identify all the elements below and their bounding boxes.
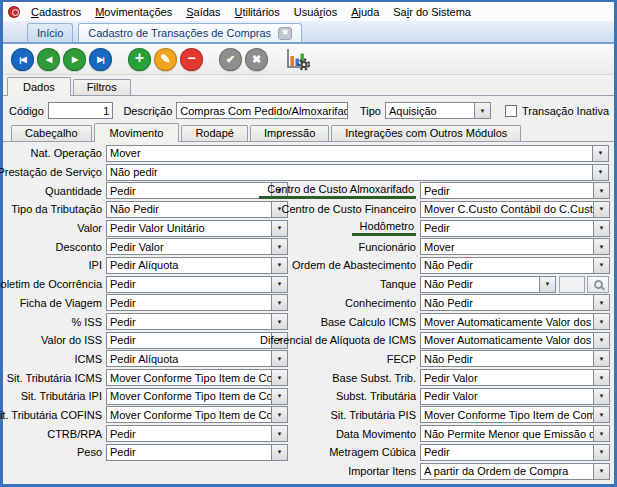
dropdown-arrow-icon[interactable]: ▼ bbox=[271, 239, 287, 254]
first-record-button[interactable]: |◀ bbox=[11, 48, 34, 71]
dropdown-arrow-icon[interactable]: ▼ bbox=[271, 370, 287, 385]
transacao-inativa-checkbox[interactable] bbox=[505, 105, 517, 117]
sit-tributaria-cofins-combo[interactable]: Mover Conforme Tipo Item de Compra▼ bbox=[106, 406, 288, 423]
dropdown-arrow-icon[interactable]: ▼ bbox=[593, 426, 609, 441]
dropdown-arrow-icon[interactable]: ▼ bbox=[593, 295, 609, 310]
tab-label: Rodapé bbox=[195, 127, 234, 139]
ipi-combo[interactable]: Pedir Alíquota▼ bbox=[106, 257, 288, 274]
base-subst-trib-combo[interactable]: Pedir Valor▼ bbox=[420, 369, 610, 386]
sit-tributaria-ipi-combo[interactable]: Mover Conforme Tipo Item de Compra▼ bbox=[106, 388, 288, 405]
tab-cadastro-de-transacoes-de-compras[interactable]: Cadastro de Transações de Compras✖ bbox=[78, 23, 302, 42]
chart-settings-button[interactable] bbox=[284, 47, 312, 72]
tab-dados[interactable]: Dados bbox=[7, 77, 71, 96]
subst-tributaria-combo[interactable]: Pedir Valor▼ bbox=[420, 388, 610, 405]
dropdown-arrow-icon[interactable]: ▼ bbox=[271, 221, 287, 236]
metragem-cubica-combo[interactable]: Pedir▼ bbox=[420, 444, 610, 461]
ficha-de-viagem-combo[interactable]: Pedir▼ bbox=[106, 294, 288, 311]
menu-cadastros[interactable]: Cadastros bbox=[24, 4, 88, 20]
data-movimento-combo[interactable]: Não Permite Menor que Emissão da Nota▼ bbox=[420, 425, 610, 442]
dropdown-arrow-icon[interactable]: ▼ bbox=[593, 464, 609, 479]
dropdown-arrow-icon[interactable]: ▼ bbox=[593, 258, 609, 273]
dropdown-arrow-icon[interactable]: ▼ bbox=[593, 389, 609, 404]
confirm-button[interactable]: ✔ bbox=[219, 48, 242, 71]
codigo-field[interactable]: 1 bbox=[48, 102, 114, 119]
prior-record-button[interactable]: ◀ bbox=[37, 48, 60, 71]
last-record-button[interactable]: ▶| bbox=[89, 48, 112, 71]
importar-itens-combo[interactable]: A partir da Ordem de Compra▼ bbox=[420, 463, 610, 480]
desconto-value: Pedir Valor bbox=[107, 241, 271, 253]
dropdown-arrow-icon[interactable]: ▼ bbox=[593, 333, 609, 348]
sit-tributaria-icms-combo[interactable]: Mover Conforme Tipo Item de Compra▼ bbox=[106, 369, 288, 386]
valor-combo[interactable]: Pedir Valor Unitário▼ bbox=[106, 220, 288, 237]
dropdown-arrow-icon[interactable]: ▼ bbox=[593, 314, 609, 329]
menu-ajuda[interactable]: Ajuda bbox=[344, 4, 386, 20]
insert-record-button[interactable]: + bbox=[128, 48, 151, 71]
tanque-search-button[interactable] bbox=[587, 276, 609, 293]
dropdown-arrow-icon[interactable]: ▼ bbox=[593, 407, 609, 422]
centro-de-custo-almoxarifado-combo[interactable]: Pedir▼ bbox=[420, 182, 610, 199]
desconto-combo[interactable]: Pedir Valor▼ bbox=[106, 238, 288, 255]
dropdown-arrow-icon[interactable]: ▼ bbox=[593, 202, 609, 217]
menu-utilitarios[interactable]: Utilitários bbox=[227, 4, 286, 20]
tab-filtros[interactable]: Filtros bbox=[73, 79, 131, 95]
menu-usuarios[interactable]: Usuários bbox=[287, 4, 344, 20]
delete-record-button[interactable]: − bbox=[180, 48, 203, 71]
edit-record-button[interactable]: ✎ bbox=[154, 48, 177, 71]
boletim-de-ocorrencia-combo[interactable]: Pedir▼ bbox=[106, 276, 288, 293]
document-tabstrip: InícioCadastro de Transações de Compras✖ bbox=[3, 21, 614, 44]
ctrb-rpa-combo[interactable]: Pedir▼ bbox=[106, 425, 288, 442]
dropdown-arrow-icon[interactable]: ▼ bbox=[271, 445, 287, 460]
dropdown-arrow-icon[interactable]: ▼ bbox=[271, 277, 287, 292]
tab-impressao[interactable]: Impressão bbox=[250, 125, 329, 141]
tab-rodape[interactable]: Rodapé bbox=[181, 125, 248, 141]
descricao-field[interactable]: Compras Com Pedido/Almoxarifado bbox=[176, 102, 348, 119]
dropdown-arrow-icon[interactable]: ▼ bbox=[271, 295, 287, 310]
menu-sair-do-sistema[interactable]: Sair do Sistema bbox=[386, 4, 478, 20]
menu-saidas[interactable]: Saídas bbox=[179, 4, 227, 20]
dropdown-arrow-icon[interactable]: ▼ bbox=[271, 351, 287, 366]
conhecimento-combo[interactable]: Não Pedir▼ bbox=[420, 294, 610, 311]
dropdown-arrow-icon[interactable]: ▼ bbox=[592, 165, 608, 180]
dropdown-arrow-icon[interactable]: ▼ bbox=[539, 277, 555, 292]
icms-combo[interactable]: Pedir Alíquota▼ bbox=[106, 350, 288, 367]
nat-operacao-combo[interactable]: Mover▼ bbox=[106, 145, 609, 162]
tab-inicio[interactable]: Início bbox=[27, 23, 73, 42]
dropdown-arrow-icon[interactable]: ▼ bbox=[593, 351, 609, 366]
base-calculo-icms-combo[interactable]: Mover Automaticamente Valor dos Itens▼ bbox=[420, 313, 610, 330]
tab-integracoes-com-outros-modulos[interactable]: Integrações com Outros Módulos bbox=[331, 125, 521, 141]
tanque-combo[interactable]: Não Pedir▼ bbox=[420, 276, 556, 293]
hodometro-combo[interactable]: Pedir▼ bbox=[420, 220, 610, 237]
dropdown-arrow-icon[interactable]: ▼ bbox=[271, 314, 287, 329]
dropdown-arrow-icon[interactable]: ▼ bbox=[593, 239, 609, 254]
dropdown-arrow-icon[interactable]: ▼ bbox=[271, 407, 287, 422]
prestacao-de-servico-combo[interactable]: Não pedir▼ bbox=[106, 164, 609, 181]
peso-combo[interactable]: Pedir▼ bbox=[106, 444, 288, 461]
tab-movimento[interactable]: Movimento bbox=[94, 123, 180, 142]
dropdown-arrow-icon[interactable]: ▼ bbox=[593, 445, 609, 460]
tipo-da-tributacao-combo[interactable]: Não Pedir▼ bbox=[106, 201, 288, 218]
tab-cabecalho[interactable]: Cabeçalho bbox=[11, 125, 92, 141]
sit-tributaria-pis-combo[interactable]: Mover Conforme Tipo Item de Compra▼ bbox=[420, 406, 610, 423]
ordem-de-abastecimento-combo[interactable]: Não Pedir▼ bbox=[420, 257, 610, 274]
tipo-combo[interactable]: Aquisição ▼ bbox=[385, 102, 491, 119]
dropdown-arrow-icon[interactable]: ▼ bbox=[593, 370, 609, 385]
tab-close-icon[interactable]: ✖ bbox=[278, 27, 292, 40]
dropdown-arrow-icon[interactable]: ▼ bbox=[593, 183, 609, 198]
fecp-combo[interactable]: Não Pedir▼ bbox=[420, 350, 610, 367]
tab-label: Dados bbox=[23, 81, 55, 93]
dropdown-arrow-icon[interactable]: ▼ bbox=[271, 258, 287, 273]
menu-movimentacoes[interactable]: Movimentações bbox=[88, 4, 179, 20]
record-header-row: Código 1 Descrição Compras Com Pedido/Al… bbox=[3, 96, 614, 122]
iss-combo[interactable]: Pedir▼ bbox=[106, 313, 288, 330]
cancel-button[interactable]: ✖ bbox=[245, 48, 268, 71]
dropdown-arrow-icon[interactable]: ▼ bbox=[271, 426, 287, 441]
dropdown-arrow-icon[interactable]: ▼ bbox=[593, 221, 609, 236]
centro-de-custo-financeiro-combo[interactable]: Mover C.Custo Contábil do C.Custo Almox▼ bbox=[420, 201, 610, 218]
funcionario-combo[interactable]: Mover▼ bbox=[420, 238, 610, 255]
dropdown-arrow-icon[interactable]: ▼ bbox=[271, 389, 287, 404]
dropdown-arrow-icon[interactable]: ▼ bbox=[592, 146, 608, 161]
next-record-button[interactable]: ▶ bbox=[63, 48, 86, 71]
diferencial-de-aliquota-de-icms-combo[interactable]: Mover Automaticamente Valor dos Itens▼ bbox=[420, 332, 610, 349]
tanque-code-box[interactable] bbox=[559, 276, 585, 293]
dropdown-arrow-icon[interactable]: ▼ bbox=[474, 103, 490, 118]
